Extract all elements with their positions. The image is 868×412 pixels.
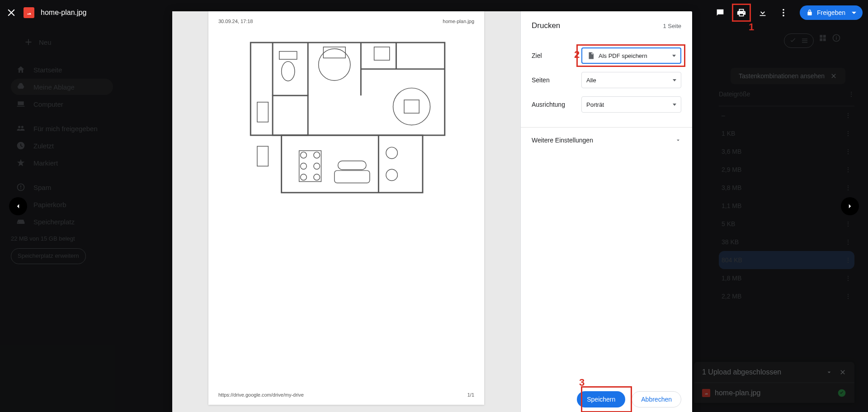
svg-rect-8 <box>273 95 308 135</box>
svg-rect-19 <box>374 47 390 60</box>
svg-rect-6 <box>250 43 444 135</box>
annotation-3: 3 <box>579 377 585 388</box>
svg-point-25 <box>301 163 307 170</box>
svg-rect-34 <box>257 146 268 166</box>
print-settings-pane: Drucken 1 Seite Ziel Als PDF speichern S… <box>520 11 692 412</box>
prev-image-button[interactable] <box>9 197 27 215</box>
chevron-down-icon <box>852 12 856 14</box>
svg-rect-30 <box>338 161 366 170</box>
svg-point-3 <box>783 9 784 11</box>
svg-point-17 <box>282 62 295 81</box>
cancel-button[interactable]: Abbrechen <box>632 391 681 407</box>
chevron-down-icon <box>673 79 676 81</box>
svg-point-5 <box>783 15 784 17</box>
orientation-label: Ausrichtung <box>532 101 581 108</box>
more-menu-button[interactable] <box>774 4 793 22</box>
chevron-down-icon <box>672 55 676 57</box>
orientation-select[interactable]: Porträt <box>581 96 681 113</box>
svg-rect-33 <box>257 102 268 122</box>
svg-point-24 <box>314 152 320 158</box>
chevron-down-icon <box>675 137 681 143</box>
svg-point-27 <box>301 174 307 180</box>
image-icon <box>24 7 34 18</box>
print-dialog: 30.09.24, 17:18 home-plan.jpg <box>172 11 692 412</box>
svg-rect-18 <box>279 52 297 60</box>
print-title: Drucken <box>532 21 560 30</box>
preview-page: 30.09.24, 17:18 home-plan.jpg <box>208 11 484 405</box>
svg-point-28 <box>314 174 320 180</box>
lock-icon <box>806 9 813 16</box>
svg-point-32 <box>386 169 397 180</box>
preview-pager: 1/1 <box>467 392 474 398</box>
preview-filename: home-plan.jpg <box>443 19 474 24</box>
svg-point-26 <box>314 163 320 170</box>
svg-rect-22 <box>299 151 321 181</box>
svg-rect-13 <box>282 135 423 193</box>
preview-url: https://drive.google.com/drive/my-drive <box>218 392 304 398</box>
svg-rect-21 <box>404 100 419 113</box>
print-preview-pane: 30.09.24, 17:18 home-plan.jpg <box>172 11 520 412</box>
svg-point-4 <box>783 12 784 14</box>
next-image-button[interactable] <box>841 197 859 215</box>
save-button[interactable]: Speichern <box>577 391 625 407</box>
floorplan-image <box>237 36 458 199</box>
print-button[interactable] <box>732 4 751 22</box>
svg-rect-29 <box>335 170 370 183</box>
chevron-down-icon <box>673 104 676 106</box>
annotation-1: 1 <box>749 21 754 33</box>
share-button[interactable]: Freigeben <box>800 5 863 20</box>
page-count: 1 Seite <box>663 23 681 29</box>
preview-timestamp: 30.09.24, 17:18 <box>218 19 253 24</box>
annotation-2: 2 <box>574 49 580 61</box>
file-name: home-plan.jpg <box>41 9 86 17</box>
add-comment-button[interactable] <box>711 4 729 22</box>
pages-select[interactable]: Alle <box>581 72 681 88</box>
pdf-icon <box>587 52 595 60</box>
svg-point-31 <box>386 147 397 158</box>
close-icon[interactable] <box>5 7 17 19</box>
destination-select[interactable]: Als PDF speichern <box>581 47 681 64</box>
pages-label: Seiten <box>532 76 581 84</box>
download-button[interactable] <box>754 4 772 22</box>
svg-point-20 <box>393 88 430 125</box>
svg-point-23 <box>301 152 307 158</box>
more-settings-toggle[interactable]: Weitere Einstellungen <box>521 128 692 153</box>
